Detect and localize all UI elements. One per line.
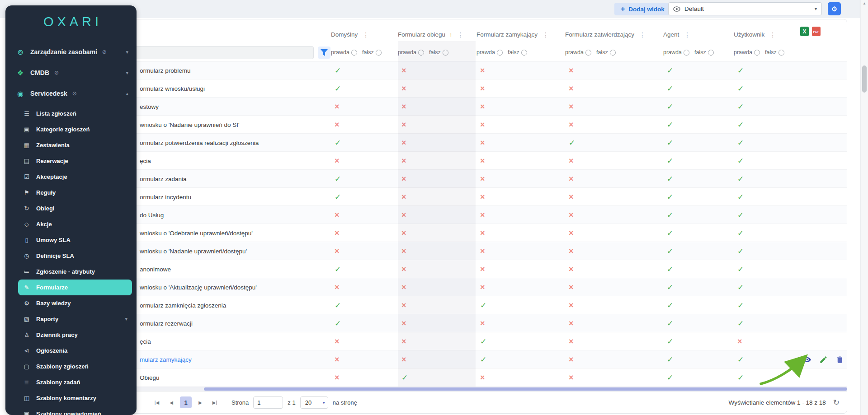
table-row[interactable]: do Usług××××✓✓ [116, 206, 847, 224]
refresh-icon[interactable]: ↻ [833, 398, 840, 407]
horizontal-scrollbar[interactable] [204, 387, 847, 391]
table-row[interactable]: wniosku o 'Aktualizację uprawnień/dostęp… [116, 278, 847, 296]
filter-false-radio[interactable] [521, 50, 527, 56]
filter-false-radio[interactable] [778, 50, 784, 56]
filter-true-radio[interactable] [351, 50, 357, 56]
column-menu-icon[interactable]: ⋮ [769, 31, 777, 38]
sidebar-item-zestawienia[interactable]: ▦Zestawienia [18, 137, 132, 153]
sidebar-item-obiegi[interactable]: ↻Obiegi [18, 201, 132, 216]
cell-agent: ✓ [663, 206, 733, 224]
sidebar-item-szablony-zadan[interactable]: ≣Szablony zadań [18, 374, 132, 390]
announcements-icon: ⊲ [23, 347, 31, 354]
search-input[interactable] [118, 46, 314, 59]
sidebar-item-umowy-sla[interactable]: ▯Umowy SLA [18, 232, 132, 248]
cell-agent: ✓ [663, 314, 733, 332]
excel-export-icon[interactable]: X [800, 27, 809, 36]
table-row[interactable]: wniosku o 'Odebranie uprawnień/dostępu'×… [116, 224, 847, 242]
table-row[interactable]: ormularz rezerwacji✓×××✓✓ [116, 314, 847, 332]
sidebar-item-bazy-wiedzy[interactable]: ⚙Bazy wiedzy [18, 295, 132, 311]
sidebar-item-zgloszenie-atrybuty[interactable]: ≔Zgłoszenie - atrybuty [18, 264, 132, 280]
view-button[interactable] [802, 354, 812, 364]
table-row[interactable]: ormularz incydentu✓×××✓✓ [116, 188, 847, 206]
sidebar-item-definicje-sla[interactable]: ◷Definicje SLA [18, 248, 132, 264]
add-view-button[interactable]: + Dodaj widok [614, 3, 671, 15]
filter-true-radio[interactable] [418, 50, 424, 56]
sidebar-item-szablony-powiadomien[interactable]: ▣Szablony powiadomień [18, 406, 132, 415]
column-header-domyslny[interactable]: Domyślny⋮ [331, 19, 399, 43]
cell-uzytkownik: ✓ [734, 242, 799, 260]
filter-false-radio[interactable] [610, 50, 616, 56]
cross-icon: × [737, 337, 742, 346]
table-row[interactable]: Obiegu×✓××✓✓ [116, 368, 847, 387]
tools-button[interactable]: ⚙ [828, 2, 841, 15]
sidebar-item-dziennik-pracy[interactable]: ♙Dziennik pracy [18, 327, 132, 343]
last-page-button[interactable]: ▶| [209, 396, 221, 408]
vertical-scrollbar[interactable] [862, 65, 867, 93]
filter-true-radio[interactable] [585, 50, 591, 56]
sidebar-item-kategorie-zgloszen[interactable]: ▣Kategorie zgłoszeń [18, 121, 132, 137]
form-name-link[interactable]: mularz zamykający [116, 350, 328, 368]
page-size-select[interactable]: 20 ▾ [300, 396, 328, 409]
column-header-agent[interactable]: Agent⋮ [663, 19, 733, 43]
first-page-button[interactable]: |◀ [151, 396, 163, 408]
sidebar-item-szablony-zgloszen[interactable]: ▢Szablony zgłoszeń [18, 359, 132, 374]
sidebar-item-label: Definicje SLA [36, 252, 74, 259]
sidebar-item-reguly[interactable]: ⚑Reguły [18, 185, 132, 201]
next-page-button[interactable]: ▶ [194, 396, 206, 408]
per-page-label: na stronę [333, 399, 357, 406]
filter-icon[interactable] [318, 47, 330, 59]
cell-agent: ✓ [663, 188, 733, 206]
column-menu-icon[interactable]: ⋮ [362, 31, 370, 38]
column-header-formularz-zamykajacy[interactable]: Formularz zamykający⋮ [476, 19, 566, 43]
table-row[interactable]: ormularz problemu✓×××✓✓ [116, 61, 847, 79]
sidebar-item-rezerwacje[interactable]: ▤Rezerwacje [18, 153, 132, 169]
sidebar-item-szablony-komentarzy[interactable]: ◫Szablony komentarzy [18, 390, 132, 406]
table-row[interactable]: ormularz zadania✓×××✓✓ [116, 170, 847, 188]
sidebar-item-ogloszenia[interactable]: ⊲Ogłoszenia [18, 343, 132, 359]
filter-true-label: prawda [331, 49, 349, 56]
filter-true-radio[interactable] [497, 50, 503, 56]
column-menu-icon[interactable]: ⋮ [457, 31, 465, 38]
sidebar-item-formularze[interactable]: ✎Formularze [18, 280, 132, 295]
table-row[interactable]: estowy××××✓✓ [116, 98, 847, 116]
column-menu-icon[interactable]: ⋮ [683, 31, 691, 38]
filter-false-radio[interactable] [443, 50, 448, 56]
column-header-formularz-obiegu[interactable]: Formularz obiegu↑⋮ [398, 19, 476, 43]
items-summary: Wyświetlanie elementów 1 - 18 z 18 [729, 399, 826, 406]
column-menu-icon[interactable]: ⋮ [638, 31, 646, 38]
table-row[interactable]: ormularz potwierdzenia realizacji zgłosz… [116, 134, 847, 152]
column-menu-icon[interactable]: ⋮ [542, 31, 550, 38]
column-header-uzytkownik[interactable]: Użytkownik⋮ [734, 19, 799, 43]
edit-button[interactable] [818, 354, 828, 364]
page-number-input[interactable] [253, 396, 283, 409]
pdf-export-icon[interactable]: PDF [812, 27, 821, 36]
cross-icon: × [335, 283, 340, 292]
current-page-button[interactable]: 1 [180, 396, 192, 408]
view-selector[interactable]: Default ▾ [668, 2, 822, 15]
filter-false-radio[interactable] [376, 50, 382, 56]
table-row[interactable]: mularz zamykający××✓×✓✓ [116, 350, 847, 368]
column-header-formularz-zatwierdzajacy[interactable]: Formularz zatwierdzający⋮ [565, 19, 664, 43]
filter-false-radio[interactable] [708, 50, 714, 56]
table-row[interactable]: ormularz wniosku/usługi✓×××✓✓ [116, 79, 847, 98]
table-row[interactable]: ęcia××✓×✓× [116, 332, 847, 350]
table-row[interactable]: wniosku o 'Nadanie uprawnień do SI'××××✓… [116, 116, 847, 134]
scroll-up-icon[interactable]: ▲ [861, 0, 868, 5]
sidebar-section-servicedesk[interactable]: ◉Servicedesk⊘▴ [5, 83, 137, 104]
sidebar-section-cmdb[interactable]: ❖CMDB⊘▾ [5, 62, 137, 83]
cross-icon: × [401, 355, 406, 364]
sidebar-item-akceptacje[interactable]: ☑Akceptacje [18, 169, 132, 185]
sidebar-item-lista-zgloszen[interactable]: ☰Lista zgłoszeń [18, 106, 132, 121]
table-row[interactable]: ormularz zamknięcia zgłoszenia✓×✓×✓✓ [116, 296, 847, 314]
sidebar-item-raporty[interactable]: ▧Raporty▾ [18, 311, 132, 327]
column-filter-formularz-zamykajacy: prawdafałsz [476, 46, 566, 59]
filter-true-radio[interactable] [754, 50, 760, 56]
previous-page-button[interactable]: ◀ [165, 396, 177, 408]
delete-button[interactable] [835, 354, 844, 364]
table-row[interactable]: wniosku o 'Nadanie uprawnień/dostępu'×××… [116, 242, 847, 260]
sidebar-section-zarzadzanie-zasobami[interactable]: ⊚Zarządzanie zasobami⊘▾ [5, 42, 137, 62]
filter-true-radio[interactable] [684, 50, 689, 56]
table-row[interactable]: ęcia××××✓✓ [116, 152, 847, 170]
table-row[interactable]: anonimowe✓×××✓✓ [116, 260, 847, 278]
sidebar-item-akcje[interactable]: ◇Akcje [18, 216, 132, 232]
